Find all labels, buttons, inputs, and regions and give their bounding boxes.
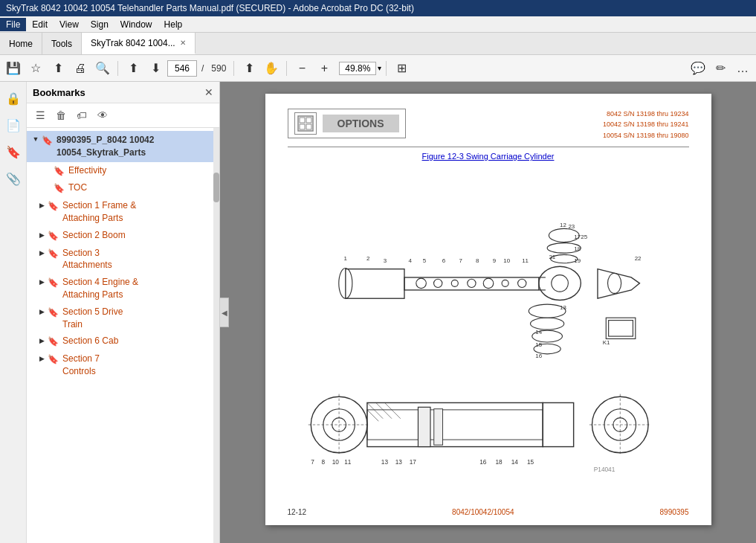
bm-arrow-section2[interactable]: ▶ (36, 231, 48, 240)
print-button[interactable]: 🖨 (70, 58, 91, 79)
bm-icon-section3: 🔖 (48, 248, 59, 260)
page-header: OPTIONS 8042 S/N 13198 thru 19234 10042 … (288, 109, 689, 141)
bm-arrow-toc: ▶ (42, 183, 54, 193)
toolbar: 💾 ☆ ⬆ 🖨 🔍 ⬆ ⬇ / 590 ⬆ ✋ − + 49.8% ▾ ⊞ 💬 … (0, 55, 756, 82)
zoom-in-button[interactable]: + (314, 58, 335, 79)
bm-arrow-section4[interactable]: ▶ (36, 277, 48, 287)
search-button[interactable]: 🔍 (92, 58, 113, 79)
menu-window[interactable]: Window (114, 18, 158, 31)
lock-icon[interactable]: 🔒 (3, 88, 24, 109)
bm-arrow-section5[interactable]: ▶ (36, 307, 48, 317)
bookmark-section6[interactable]: ▶ 🔖 Section 6 Cab (27, 332, 219, 350)
svg-text:13: 13 (381, 459, 388, 466)
attachments-icon[interactable]: 📎 (3, 168, 24, 189)
sn-line-3: 10054 S/N 13198 thru 19080 (603, 130, 689, 141)
svg-text:3: 3 (383, 257, 387, 264)
bm-arrow-section6[interactable]: ▶ (36, 336, 48, 346)
bm-label-section4: Section 4 Engine &Attaching Parts (62, 276, 138, 301)
svg-text:10: 10 (332, 459, 339, 466)
bm-eye-button[interactable]: 👁 (94, 106, 112, 124)
main-area: 🔒 📄 🔖 📎 Bookmarks ✕ ☰ 🗑 🏷 👁 ▼ 🔖 8990395_… (0, 82, 756, 543)
menu-bar: File Edit View Sign Window Help (0, 16, 756, 33)
zoom-out-button[interactable]: − (291, 58, 312, 79)
svg-rect-58 (366, 403, 542, 447)
toolbar-sep-1 (117, 61, 118, 76)
bookmark-root[interactable]: ▼ 🔖 8990395_P_8042 1004210054_Skytrak_Pa… (27, 131, 219, 162)
svg-rect-41 (608, 321, 633, 336)
bm-label-section5: Section 5 DriveTrain (62, 306, 123, 331)
bookmark-section7[interactable]: ▶ 🔖 Section 7Controls (27, 350, 219, 380)
bookmark-section5[interactable]: ▶ 🔖 Section 5 DriveTrain (27, 303, 219, 333)
upload-button[interactable]: ⬆ (48, 58, 68, 79)
zoom-label[interactable]: 49.8% (339, 62, 376, 75)
toolbar-sep-3 (286, 61, 287, 76)
bookmark-section2[interactable]: ▶ 🔖 Section 2 Boom (27, 227, 219, 245)
bm-icon-section5: 🔖 (48, 306, 59, 319)
svg-text:11: 11 (344, 459, 352, 466)
svg-text:14: 14 (511, 459, 518, 466)
layers-icon[interactable]: 📄 (3, 115, 24, 135)
pdf-viewer-area: ◀ OPTIONS (220, 82, 756, 543)
bookmark-section4[interactable]: ▶ 🔖 Section 4 Engine &Attaching Parts (27, 274, 219, 303)
diagram-top: 1 2 3 4 5 6 7 8 9 10 11 21 22 (288, 168, 689, 362)
bookmark-effectivity[interactable]: ▶ 🔖 Effectivity (27, 162, 219, 180)
svg-text:23: 23 (568, 224, 575, 231)
marquee-button[interactable]: ⊞ (391, 58, 412, 79)
diagram-area: 1 2 3 4 5 6 7 8 9 10 11 21 22 (288, 168, 689, 473)
svg-point-10 (451, 280, 458, 287)
zoom-dropdown-icon[interactable]: ▾ (378, 64, 381, 72)
svg-text:9: 9 (492, 257, 496, 264)
comment-button[interactable]: 💬 (688, 58, 708, 79)
bm-tag-button[interactable]: 🏷 (73, 106, 91, 124)
next-page-button[interactable]: ⬇ (145, 58, 166, 79)
bm-icon-section6: 🔖 (48, 335, 59, 348)
bm-arrow-section1[interactable]: ▶ (36, 201, 48, 211)
hand-tool-button[interactable]: ✋ (261, 58, 282, 79)
menu-help[interactable]: Help (158, 18, 189, 31)
bm-delete-button[interactable]: 🗑 (52, 106, 70, 124)
svg-text:17: 17 (409, 459, 416, 466)
save-button[interactable]: 💾 (3, 58, 24, 79)
svg-text:16: 16 (479, 459, 487, 466)
svg-text:18: 18 (574, 245, 581, 252)
more-button[interactable]: … (732, 58, 753, 79)
svg-text:1: 1 (343, 256, 347, 263)
diagram-bottom: 7 8 10 11 13 13 17 16 18 14 15 P14041 (288, 376, 689, 473)
page-number-input[interactable] (167, 60, 197, 77)
bookmarks-panel-icon[interactable]: 🔖 (3, 141, 24, 162)
svg-rect-5 (345, 269, 404, 299)
svg-rect-59 (366, 410, 542, 440)
bm-icon-section1: 🔖 (48, 200, 59, 213)
bookmark-section1[interactable]: ▶ 🔖 Section 1 Frame &Attaching Parts (27, 197, 219, 227)
svg-text:7: 7 (459, 257, 462, 264)
bm-arrow-section3[interactable]: ▶ (36, 248, 48, 258)
bm-arrow-root[interactable]: ▼ (30, 135, 42, 144)
pen-button[interactable]: ✏ (710, 58, 731, 79)
bookmark-section3[interactable]: ▶ 🔖 Section 3Attachments (27, 245, 219, 274)
tab-tools[interactable]: Tools (42, 33, 82, 54)
page-separator: / (201, 63, 204, 74)
svg-line-62 (366, 403, 382, 419)
tab-close-icon[interactable]: ✕ (180, 39, 186, 47)
bookmarks-scrollbar[interactable] (213, 128, 219, 543)
tab-doc[interactable]: SkyTrak 8042 1004... ✕ (82, 33, 196, 54)
bookmark-toc[interactable]: ▶ 🔖 TOC (27, 179, 219, 197)
bm-arrow-section7[interactable]: ▶ (36, 354, 48, 364)
bookmarks-scrollbar-thumb[interactable] (213, 173, 219, 202)
bookmarks-close-button[interactable]: ✕ (204, 86, 213, 98)
options-icon (294, 112, 317, 135)
prev-page-button[interactable]: ⬆ (123, 58, 143, 79)
bookmark-button[interactable]: ☆ (25, 58, 46, 79)
cursor-tool-button[interactable]: ⬆ (239, 58, 259, 79)
tab-home[interactable]: Home (0, 33, 42, 54)
svg-text:18: 18 (495, 459, 503, 466)
svg-rect-0 (298, 116, 313, 131)
footer-model: 8042/10042/10054 (452, 508, 514, 516)
svg-point-12 (483, 278, 494, 289)
bm-menu-button[interactable]: ☰ (31, 106, 49, 124)
menu-file[interactable]: File (0, 18, 26, 31)
collapse-panel-button[interactable]: ◀ (220, 298, 229, 327)
menu-sign[interactable]: Sign (85, 18, 114, 31)
menu-view[interactable]: View (54, 18, 85, 31)
menu-edit[interactable]: Edit (26, 18, 54, 31)
